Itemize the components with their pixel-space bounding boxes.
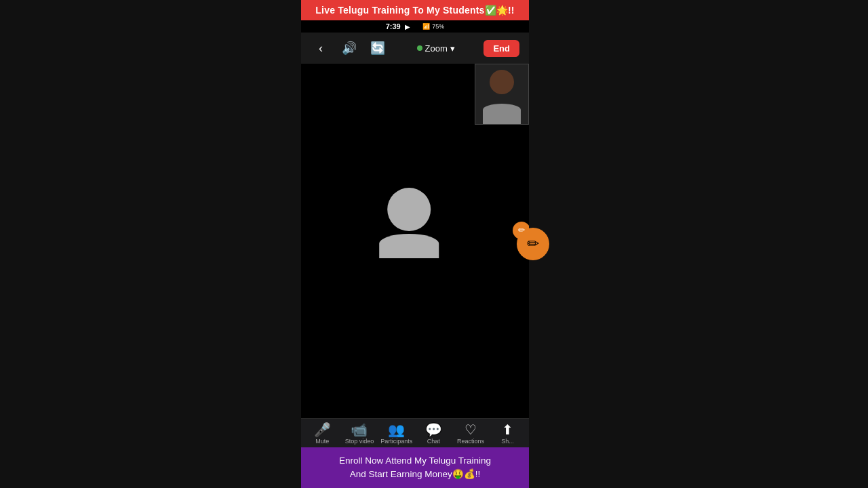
zoom-toolbar: ‹ 🔊 🔄 Zoom ▾ End <box>301 33 529 64</box>
bottom-banner-line1: Enroll Now Attend My Telugu Training <box>339 455 491 466</box>
reactions-button[interactable]: ♡ Reactions <box>454 423 488 445</box>
float-badge-right: ✏ <box>517 228 549 260</box>
self-video-tile[interactable] <box>475 64 529 125</box>
participant-avatar <box>379 188 439 258</box>
bottom-toolbar: 🎤 Mute 📹 Stop video 👥 Participants 💬 Cha… <box>301 418 529 447</box>
reactions-label: Reactions <box>457 438 484 445</box>
battery-text: 75% <box>432 23 444 30</box>
mute-icon: 🎤 <box>314 423 331 436</box>
toolbar-left: ‹ 🔊 🔄 <box>311 38 388 58</box>
title-text: Live Telugu Training To My Students✅🌟!! <box>315 5 514 16</box>
stop-video-label: Stop video <box>345 438 374 445</box>
mute-label: Mute <box>315 438 329 445</box>
status-bar: 7:39 ▶ 📶 75% <box>301 20 529 33</box>
participants-label: Participants <box>380 438 412 445</box>
mute-button[interactable]: 🎤 Mute <box>305 423 339 445</box>
chat-icon: 💬 <box>425 423 442 436</box>
title-banner: Live Telugu Training To My Students✅🌟!! <box>301 0 529 20</box>
right-panel: ✏ <box>529 0 868 488</box>
end-button[interactable]: End <box>484 40 519 57</box>
zoom-dropdown-button[interactable]: Zoom ▾ <box>417 43 455 54</box>
video-area: ✏ <box>301 64 529 418</box>
time-display: 7:39 <box>386 22 401 30</box>
avatar-body <box>379 234 439 258</box>
reactions-icon: ♡ <box>465 423 477 436</box>
bottom-banner-line2: And Start Earning Money🤑💰!! <box>350 469 480 479</box>
zoom-status-dot <box>417 45 422 51</box>
status-icons: 📶 75% <box>422 23 444 30</box>
chat-button[interactable]: 💬 Chat <box>416 423 450 445</box>
avatar-head <box>387 188 431 231</box>
share-button[interactable]: ⬆ Sh... <box>491 423 525 445</box>
bottom-banner: Enroll Now Attend My Telugu Training And… <box>301 447 529 488</box>
stop-video-button[interactable]: 📹 Stop video <box>342 423 376 445</box>
participants-icon: 👥 <box>388 423 405 436</box>
bottom-banner-text: Enroll Now Attend My Telugu Training And… <box>339 455 491 479</box>
phone-container: Live Telugu Training To My Students✅🌟!! … <box>301 0 529 488</box>
camera-flip-button[interactable]: 🔄 <box>368 38 388 58</box>
audio-button[interactable]: 🔊 <box>339 38 359 58</box>
participants-button[interactable]: 👥 Participants <box>380 423 414 445</box>
self-video-face <box>475 64 528 124</box>
share-label: Sh... <box>501 438 514 445</box>
chat-label: Chat <box>427 438 440 445</box>
stop-video-icon: 📹 <box>351 423 368 436</box>
share-icon: ⬆ <box>502 423 513 436</box>
zoom-label: Zoom <box>425 43 448 54</box>
chevron-down-icon: ▾ <box>450 43 455 54</box>
back-button[interactable]: ‹ <box>311 38 331 58</box>
left-panel <box>0 0 301 488</box>
